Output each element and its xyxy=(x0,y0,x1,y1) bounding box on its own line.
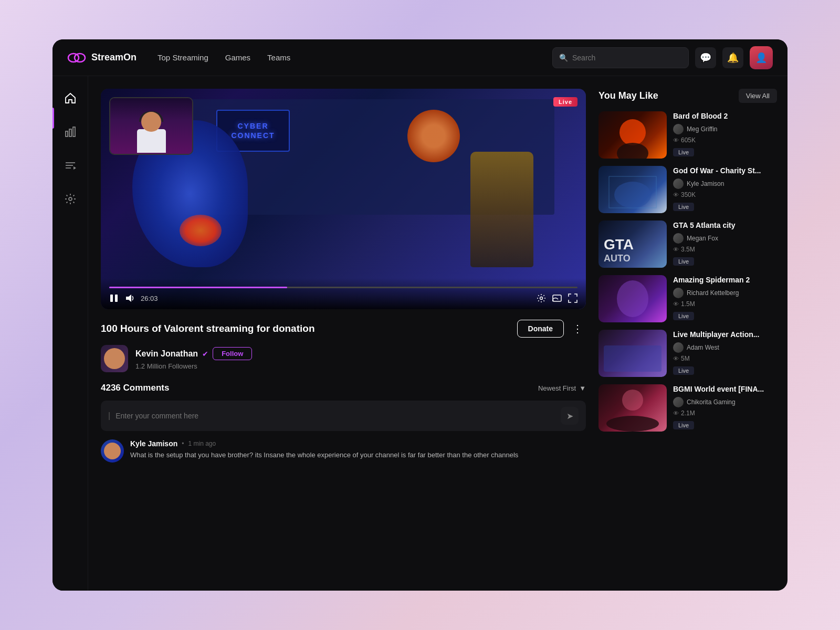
stream-card-title-3: GTA 5 Atlanta city xyxy=(673,220,777,230)
follower-count: 1.2 Million Followers xyxy=(135,362,252,370)
sidebar-item-playlist[interactable] xyxy=(61,156,80,175)
more-options-button[interactable]: ⋮ xyxy=(569,320,586,337)
stream-card-avatar-5 xyxy=(673,342,684,353)
stream-card-info-1: Bard of Blood 2 Meg Griffin 👁 605K Live xyxy=(673,111,777,159)
sidebar-item-stats[interactable] xyxy=(61,122,80,141)
svg-rect-3 xyxy=(69,129,71,136)
stream-card-3[interactable]: GTA AUTO GTA 5 Atlanta city Megan Fox 👁 xyxy=(598,220,777,268)
notification-button[interactable]: 🔔 xyxy=(722,47,743,68)
chat-icon: 💬 xyxy=(700,52,711,64)
stream-card-author-5: Adam West xyxy=(687,344,719,351)
comments-header: 4236 Comments Newest First ▼ xyxy=(101,383,586,393)
user-avatar-button[interactable]: 👤 xyxy=(750,46,773,69)
stream-thumbnail-1 xyxy=(598,111,667,159)
streamer-meta: Kevin Jonathan ✔ Follow 1.2 Million Foll… xyxy=(135,347,252,370)
stream-card-info-6: BGMI World event [FINA... Chikorita Gami… xyxy=(673,384,777,432)
stream-card-info-4: Amazing Spiderman 2 Richard Kettelberg 👁… xyxy=(673,275,777,322)
settings-button[interactable] xyxy=(537,293,546,303)
stream-card-author-row-3: Megan Fox xyxy=(673,233,777,244)
stream-card-info-5: Live Multiplayer Action... Adam West 👁 5… xyxy=(673,330,777,377)
streamer-thumb-inner xyxy=(110,98,192,154)
comments-count: 4236 Comments xyxy=(101,383,169,393)
stream-card-views-row-5: 👁 5M xyxy=(673,355,777,362)
live-chip-4: Live xyxy=(673,312,694,320)
views-icon-6: 👁 xyxy=(673,410,679,416)
nav-games[interactable]: Games xyxy=(225,53,250,62)
volume-button[interactable] xyxy=(125,293,134,303)
svg-marker-12 xyxy=(126,295,131,302)
stream-card-avatar-6 xyxy=(673,397,684,407)
header: StreamOn Top Streaming Games Teams 🔍 Sea… xyxy=(52,39,788,76)
creature-glow xyxy=(180,215,222,246)
streamer-avatar xyxy=(101,345,128,372)
video-info: 100 Hours of Valorent streaming for dona… xyxy=(101,320,586,338)
stream-card-5[interactable]: Live Multiplayer Action... Adam West 👁 5… xyxy=(598,330,777,377)
search-box[interactable]: 🔍 Search xyxy=(552,47,689,68)
sidebar-item-home[interactable] xyxy=(61,89,80,108)
stream-card-author-1: Meg Griffin xyxy=(687,125,717,133)
live-chip-5: Live xyxy=(673,366,694,375)
search-placeholder: Search xyxy=(572,54,595,62)
right-sidebar: You May Like View All Bard xyxy=(598,76,788,591)
stream-card-author-row-5: Adam West xyxy=(673,342,777,353)
stream-card-title-6: BGMI World event [FINA... xyxy=(673,384,777,394)
comment-avatar xyxy=(101,439,124,463)
stream-card-views-2: 350K xyxy=(681,191,696,198)
stream-card-title-2: God Of War - Charity St... xyxy=(673,166,777,175)
stream-thumbnail-4 xyxy=(598,275,667,322)
comment-time: • xyxy=(182,440,184,447)
controls-row: 26:03 xyxy=(109,293,578,303)
comment-input[interactable] xyxy=(116,412,555,420)
progress-bar[interactable] xyxy=(109,287,578,288)
stream-thumbnail-5 xyxy=(598,330,667,377)
comment-author: Kyle Jamison xyxy=(130,439,177,448)
stream-card-1[interactable]: Bard of Blood 2 Meg Griffin 👁 605K Live xyxy=(598,111,777,159)
sidebar-item-settings[interactable] xyxy=(61,190,80,208)
logo: StreamOn xyxy=(67,52,136,64)
stream-card-4[interactable]: Amazing Spiderman 2 Richard Kettelberg 👁… xyxy=(598,275,777,322)
svg-point-19 xyxy=(614,182,651,208)
video-title: 100 Hours of Valorent streaming for dona… xyxy=(101,323,315,334)
streamer-avatar-inner xyxy=(104,348,125,369)
view-all-button[interactable]: View All xyxy=(739,89,777,103)
stream-card-views-row-4: 👁 1.5M xyxy=(673,300,777,308)
thumb-bg-1 xyxy=(598,111,667,159)
donate-button[interactable]: Donate xyxy=(517,320,564,338)
thumb-bg-3: GTA AUTO xyxy=(598,220,667,268)
stream-thumbnail-3: GTA AUTO xyxy=(598,220,667,268)
cast-button[interactable] xyxy=(552,293,562,303)
comment-item: Kyle Jamison • 1 min ago What is the set… xyxy=(101,439,586,463)
streamer-figure xyxy=(130,109,172,154)
comment-text: What is the setup that you have brother?… xyxy=(130,450,518,460)
nav-top-streaming[interactable]: Top Streaming xyxy=(158,53,208,62)
svg-marker-8 xyxy=(74,166,76,170)
video-actions: Donate ⋮ xyxy=(517,320,586,338)
sort-dropdown[interactable]: Newest First ▼ xyxy=(538,384,586,392)
follow-button[interactable]: Follow xyxy=(213,347,252,360)
stream-card-author-2: Kyle Jamison xyxy=(687,180,724,187)
nav-teams[interactable]: Teams xyxy=(267,53,290,62)
stream-card-6[interactable]: BGMI World event [FINA... Chikorita Gami… xyxy=(598,384,777,432)
send-comment-button[interactable]: ➤ xyxy=(561,407,579,425)
stream-card-2[interactable]: God Of War - Charity St... Kyle Jamison … xyxy=(598,166,777,213)
thumb-bg-6 xyxy=(598,384,667,432)
svg-point-16 xyxy=(620,119,646,145)
stream-card-author-row-6: Chikorita Gaming xyxy=(673,397,777,407)
video-controls: 26:03 xyxy=(101,278,586,309)
logo-icon xyxy=(67,52,86,64)
comment-avatar-inner xyxy=(104,443,121,459)
stream-card-views-4: 1.5M xyxy=(681,300,695,308)
time-display: 26:03 xyxy=(141,295,158,302)
fullscreen-button[interactable] xyxy=(568,293,578,303)
pause-button[interactable] xyxy=(109,293,119,303)
section-header: You May Like View All xyxy=(598,89,777,103)
stream-card-title-5: Live Multiplayer Action... xyxy=(673,330,777,339)
chat-button[interactable]: 💬 xyxy=(695,47,716,68)
live-chip-3: Live xyxy=(673,257,694,266)
views-icon-1: 👁 xyxy=(673,137,679,143)
stream-card-views-row-3: 👁 3.5M xyxy=(673,246,777,253)
streamer-name-row: Kevin Jonathan ✔ Follow xyxy=(135,347,252,360)
svg-text:GTA: GTA xyxy=(604,236,634,253)
svg-point-24 xyxy=(622,390,643,411)
user-avatar: 👤 xyxy=(750,46,773,69)
